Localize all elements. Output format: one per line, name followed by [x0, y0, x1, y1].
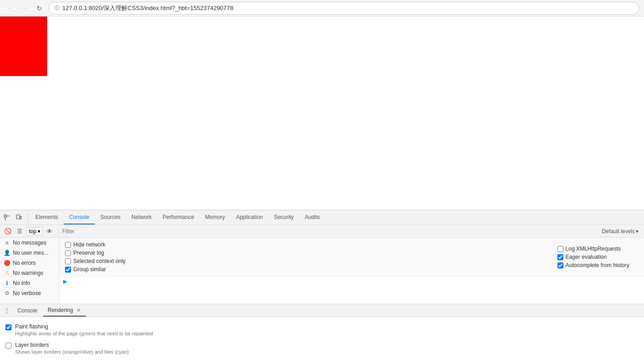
url-text: 127.0.0.1:8020/深入理解CSS3/index.html?_hbt=… [62, 4, 233, 12]
toggle-sidebar-button[interactable]: ☰ [15, 226, 25, 236]
lock-icon: ⓘ [55, 5, 60, 11]
tab-memory[interactable]: Memory [200, 210, 230, 224]
drawer-tab-list: ⋮ Console Rendering × [0, 304, 644, 317]
option-hide-network[interactable]: Hide network [65, 241, 126, 248]
tab-elements[interactable]: Elements [30, 210, 64, 224]
paint-flashing-checkbox[interactable] [5, 324, 11, 330]
chevron-down-icon: ▾ [38, 228, 40, 235]
page-content [0, 16, 644, 210]
expand-arrow[interactable]: ▶ [60, 277, 644, 286]
console-main: Hide network Preserve log Selected conte… [60, 238, 644, 304]
reload-button[interactable]: ↻ [34, 3, 45, 14]
console-body: ≡ No messages 👤 No user mes... 🔴 No erro… [0, 238, 644, 304]
filter-input[interactable] [62, 228, 597, 235]
option-autocomplete-history[interactable]: Autocomplete from history [557, 262, 629, 268]
selected-context-checkbox[interactable] [65, 258, 71, 264]
warning-icon: ⚠ [4, 270, 10, 276]
console-sidebar: ≡ No messages 👤 No user mes... 🔴 No erro… [0, 238, 60, 304]
back-button[interactable]: ← [5, 3, 16, 14]
group-similar-checkbox[interactable] [65, 267, 71, 273]
chevron-down-icon: ▾ [636, 228, 639, 235]
bottom-drawer: ⋮ Console Rendering × Paint flashing Hig… [0, 304, 644, 361]
devtools: Elements Console Sources Network Perform… [0, 210, 644, 361]
svg-rect-3 [16, 215, 20, 219]
layer-borders-checkbox[interactable] [5, 343, 11, 349]
sidebar-item-messages[interactable]: ≡ No messages [0, 238, 59, 248]
rendering-tab-close-button[interactable]: × [76, 307, 81, 313]
red-box [0, 16, 47, 76]
svg-rect-4 [20, 216, 22, 219]
preserve-log-checkbox[interactable] [65, 250, 71, 256]
sidebar-item-verbose[interactable]: ⚙ No verbose [0, 288, 59, 298]
hide-network-checkbox[interactable] [65, 242, 71, 248]
option-preserve-log[interactable]: Preserve log [65, 250, 126, 256]
option-group-similar[interactable]: Group similar [65, 266, 126, 273]
option-log-xhr[interactable]: Log XMLHttpRequests [557, 246, 629, 252]
info-icon: ℹ [4, 280, 10, 286]
devtools-tab-list: Elements Console Sources Network Perform… [30, 210, 326, 224]
toolbar-separator [58, 228, 59, 235]
custom-formatters-button[interactable]: 👁 [44, 226, 55, 236]
context-selector[interactable]: top ▾ [27, 227, 43, 235]
inspect-element-button[interactable] [2, 213, 12, 223]
forward-button[interactable]: → [19, 3, 30, 14]
drawer-menu-button[interactable]: ⋮ [2, 306, 12, 316]
list-icon: ≡ [4, 240, 10, 246]
tab-security[interactable]: Security [268, 210, 299, 224]
log-xhr-checkbox[interactable] [557, 246, 563, 252]
sidebar-item-errors[interactable]: 🔴 No errors [0, 258, 59, 268]
browser-chrome: ← → ↻ ⓘ 127.0.0.1:8020/深入理解CSS3/index.ht… [0, 0, 644, 16]
default-levels-selector[interactable]: Default levels ▾ [599, 228, 641, 235]
rendering-option-paint-flashing[interactable]: Paint flashing Highlights areas of the p… [5, 321, 639, 339]
tab-application[interactable]: Application [230, 210, 268, 224]
device-toolbar-button[interactable] [14, 213, 24, 223]
autocomplete-history-checkbox[interactable] [557, 263, 563, 268]
devtools-toolbar: Elements Console Sources Network Perform… [0, 210, 644, 225]
rendering-option-layer-borders[interactable]: Layer borders Shows layer borders (orang… [5, 339, 639, 357]
clear-console-button[interactable]: 🚫 [3, 226, 13, 236]
console-options-row-1: Hide network Preserve log Selected conte… [65, 241, 639, 273]
error-icon: 🔴 [4, 260, 10, 266]
tab-performance[interactable]: Performance [157, 210, 200, 224]
option-selected-context[interactable]: Selected context only [65, 258, 126, 264]
svg-rect-0 [4, 215, 6, 217]
drawer-tab-console[interactable]: Console [13, 304, 42, 317]
drawer-tab-rendering[interactable]: Rendering × [43, 304, 86, 317]
console-options: Hide network Preserve log Selected conte… [60, 238, 644, 277]
sidebar-item-warnings[interactable]: ⚠ No warnings [0, 268, 59, 278]
eager-evaluation-checkbox[interactable] [557, 254, 563, 260]
console-content: ▶ [60, 277, 644, 304]
option-eager-evaluation[interactable]: Eager evaluation [557, 254, 629, 260]
verbose-icon: ⚙ [4, 290, 10, 296]
tab-sources[interactable]: Sources [95, 210, 126, 224]
address-bar[interactable]: ⓘ 127.0.0.1:8020/深入理解CSS3/index.html?_hb… [49, 2, 639, 15]
tab-audits[interactable]: Audits [299, 210, 325, 224]
rendering-panel: Paint flashing Highlights areas of the p… [0, 317, 644, 361]
tab-network[interactable]: Network [126, 210, 157, 224]
sidebar-item-user-messages[interactable]: 👤 No user mes... [0, 248, 59, 258]
user-icon: 👤 [4, 250, 10, 256]
devtools-icon-group [2, 213, 28, 223]
sidebar-item-info[interactable]: ℹ No info [0, 278, 59, 288]
console-toolbar: 🚫 ☰ top ▾ 👁 Default levels ▾ [0, 225, 644, 238]
tab-console[interactable]: Console [64, 210, 95, 224]
